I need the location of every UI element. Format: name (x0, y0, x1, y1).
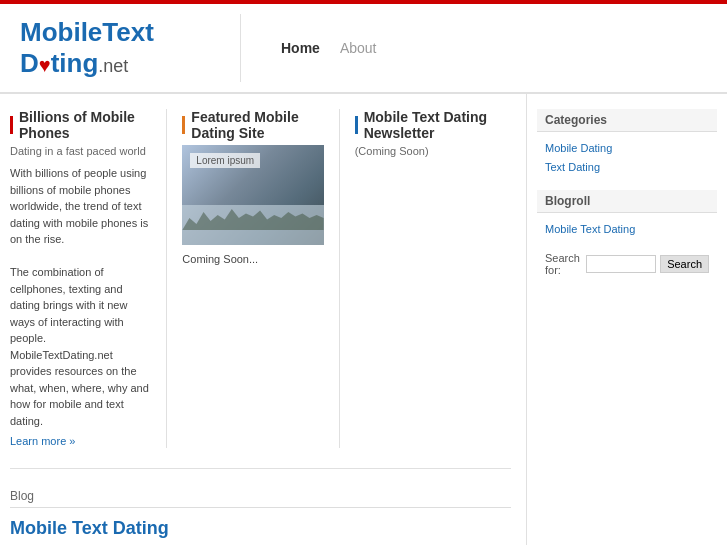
categories-title: Categories (537, 109, 717, 132)
col3-title: Mobile Text Dating Newsletter (364, 109, 496, 141)
top-sections: Billions of Mobile Phones Dating in a fa… (10, 109, 511, 469)
col2-title: Featured Mobile Dating Site (191, 109, 323, 141)
col1-header: Billions of Mobile Phones (10, 109, 151, 141)
nav-home[interactable]: Home (281, 40, 320, 56)
search-input[interactable] (586, 255, 656, 273)
main-wrapper: Billions of Mobile Phones Dating in a fa… (0, 94, 727, 545)
logo-heart-icon: ♥ (39, 54, 51, 76)
sidebar-cat-mobile-dating[interactable]: Mobile Dating (537, 140, 717, 156)
col2-coming-soon: Coming Soon... (182, 251, 323, 268)
col3-subtitle: (Coming Soon) (355, 145, 496, 157)
featured-image: Lorem ipsum (182, 145, 323, 245)
logo-line1: MobileText (20, 17, 240, 48)
col2-featured: Featured Mobile Dating Site Lorem ipsum … (167, 109, 339, 448)
site-header: MobileText D♥ting.net Home About (0, 4, 727, 94)
search-area: Search for: Search (537, 252, 717, 276)
blog-section: Blog Mobile Text Dating Mobile Dating / … (10, 489, 511, 545)
sidebar: Categories Mobile Dating Text Dating Blo… (527, 94, 727, 545)
blog-post-title[interactable]: Mobile Text Dating (10, 518, 511, 539)
sidebar-blogroll: Blogroll Mobile Text Dating (537, 190, 717, 237)
col1-title: Billions of Mobile Phones (19, 109, 151, 141)
sidebar-categories: Categories Mobile Dating Text Dating (537, 109, 717, 175)
col3-header: Mobile Text Dating Newsletter (355, 109, 496, 141)
main-navigation: Home About (240, 14, 377, 82)
sidebar-cat-text-dating[interactable]: Text Dating (537, 159, 717, 175)
blogroll-title: Blogroll (537, 190, 717, 213)
lorem-badge: Lorem ipsum (190, 153, 260, 168)
nav-about[interactable]: About (340, 40, 377, 56)
learn-more-link[interactable]: Learn more » (10, 435, 75, 447)
search-button[interactable]: Search (660, 255, 709, 273)
sidebar-blogroll-link[interactable]: Mobile Text Dating (537, 221, 717, 237)
col3-accent-bar (355, 116, 358, 134)
col1-body1: With billions of people using billions o… (10, 165, 151, 429)
content-area: Billions of Mobile Phones Dating in a fa… (0, 94, 527, 545)
col3-newsletter: Mobile Text Dating Newsletter (Coming So… (340, 109, 511, 448)
col2-accent-bar (182, 116, 185, 134)
sidebar-search: Search for: Search (537, 252, 717, 276)
site-logo: MobileText D♥ting.net (20, 17, 240, 79)
col1-accent-bar (10, 116, 13, 134)
col2-header: Featured Mobile Dating Site (182, 109, 323, 141)
search-label: Search for: (545, 252, 582, 276)
logo-area: MobileText D♥ting.net (20, 17, 240, 79)
col1-subtitle: Dating in a fast paced world (10, 145, 151, 157)
col1-billions: Billions of Mobile Phones Dating in a fa… (10, 109, 167, 448)
blog-label: Blog (10, 489, 511, 508)
logo-line2: D♥ting.net (20, 48, 240, 79)
